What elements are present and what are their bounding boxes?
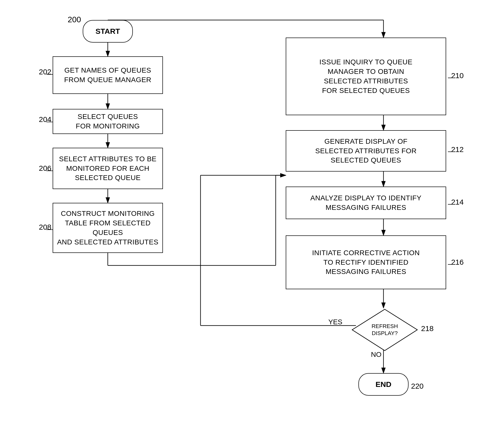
svg-text:REFRESH: REFRESH bbox=[371, 323, 398, 329]
no-label: NO bbox=[371, 351, 381, 359]
start-node: START bbox=[83, 20, 133, 43]
node-216: INITIATE CORRECTIVE ACTION TO RECTIFY ID… bbox=[286, 235, 446, 289]
node-214: ANALYZE DISPLAY TO IDENTIFY MESSAGING FA… bbox=[286, 187, 446, 219]
end-node: END bbox=[358, 373, 409, 396]
node-208: CONSTRUCT MONITORING TABLE FROM SELECTED… bbox=[53, 203, 163, 253]
label-218: 218 bbox=[421, 324, 434, 333]
yes-label: YES bbox=[328, 318, 342, 326]
node-212: GENERATE DISPLAY OF SELECTED ATTRIBUTES … bbox=[286, 130, 446, 172]
label-200: 200 bbox=[68, 15, 81, 24]
node-206: SELECT ATTRIBUTES TO BE MONITORED FOR EA… bbox=[53, 148, 163, 189]
node-202: GET NAMES OF QUEUES FROM QUEUE MANAGER bbox=[53, 56, 163, 94]
flowchart-diagram: 200 START 202 — GET NAMES OF QUEUES FROM… bbox=[0, 0, 492, 448]
svg-text:DISPLAY?: DISPLAY? bbox=[372, 330, 398, 336]
node-204: SELECT QUEUES FOR MONITORING bbox=[53, 109, 163, 134]
diamond-218: REFRESH DISPLAY? bbox=[351, 308, 419, 352]
label-220: 220 bbox=[411, 382, 424, 390]
node-210: ISSUE INQUIRY TO QUEUE MANAGER TO OBTAIN… bbox=[286, 38, 446, 115]
